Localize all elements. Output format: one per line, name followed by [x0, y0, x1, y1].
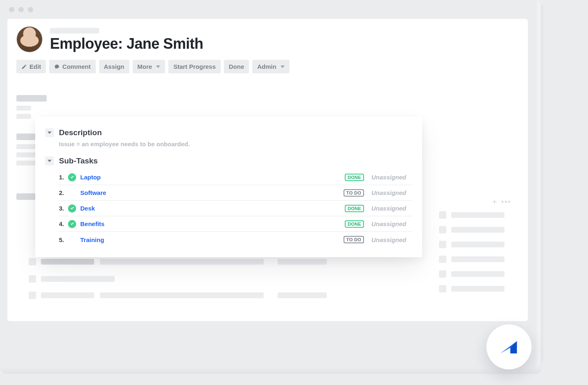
comment-button[interactable]: Comment — [49, 60, 95, 73]
subtask-number: 3. — [59, 205, 68, 212]
subtask-row: 1.LaptopDONEUnassigned — [59, 170, 412, 185]
assignee-text: Unassigned — [371, 220, 412, 227]
assignee-text: Unassigned — [371, 236, 412, 243]
send-icon — [498, 335, 520, 358]
check-icon — [68, 173, 76, 181]
subtask-link[interactable]: Software — [80, 189, 106, 196]
collapse-subtasks-button[interactable] — [45, 156, 54, 165]
subtask-row: 2.SoftwareTO DOUnassigned — [59, 185, 412, 201]
check-icon — [68, 189, 76, 197]
edit-button[interactable]: Edit — [16, 60, 46, 73]
subtask-row: 5.TrainingTO DOUnassigned — [59, 232, 412, 247]
subtask-number: 1. — [59, 174, 68, 181]
status-badge: TO DO — [344, 236, 364, 243]
more-label: More — [138, 63, 152, 70]
window-title-bar — [0, 0, 534, 19]
start-progress-label: Start Progress — [173, 63, 215, 70]
more-button[interactable]: More — [133, 60, 165, 73]
subtask-link[interactable]: Training — [80, 236, 104, 243]
check-icon — [68, 204, 76, 213]
start-progress-button[interactable]: Start Progress — [168, 60, 220, 73]
collapse-description-button[interactable] — [45, 128, 54, 137]
assignee-text: Unassigned — [371, 174, 412, 181]
assign-button[interactable]: Assign — [99, 60, 129, 73]
subtask-number: 4. — [59, 220, 68, 227]
breadcrumb-placeholder — [50, 28, 99, 34]
subtask-row: 4.BenefitsDONEUnassigned — [59, 216, 412, 232]
detail-panel: Description Issue = an employee needs to… — [35, 117, 422, 257]
avatar[interactable] — [16, 26, 43, 52]
done-button[interactable]: Done — [224, 60, 249, 73]
window-minimize-button[interactable] — [18, 7, 24, 12]
check-icon — [68, 236, 76, 244]
add-item-button[interactable]: + ••• — [492, 197, 511, 207]
subtask-link[interactable]: Laptop — [80, 174, 101, 181]
subtask-number: 2. — [59, 189, 68, 196]
action-toolbar: Edit Comment Assign More Start Progress … — [7, 52, 528, 73]
subtasks-list: 1.LaptopDONEUnassigned2.SoftwareTO DOUna… — [35, 168, 422, 247]
window-close-button[interactable] — [9, 7, 14, 12]
subtask-row: 3.DeskDONEUnassigned — [59, 201, 412, 216]
window-zoom-button[interactable] — [28, 7, 33, 12]
more-dots-icon: ••• — [501, 198, 511, 206]
page-title: Employee: Jane Smith — [50, 35, 203, 52]
assignee-text: Unassigned — [371, 205, 412, 212]
edit-label: Edit — [29, 63, 41, 70]
pencil-icon — [21, 64, 27, 70]
page-header: Employee: Jane Smith — [7, 19, 528, 52]
admin-label: Admin — [257, 63, 276, 70]
description-heading: Description — [59, 128, 102, 137]
assignee-text: Unassigned — [371, 189, 412, 196]
subtasks-heading: Sub-Tasks — [59, 156, 98, 165]
comment-label: Comment — [62, 63, 90, 70]
description-text: Issue = an employee needs to be onboarde… — [35, 140, 422, 156]
subtask-number: 5. — [59, 236, 68, 243]
assign-label: Assign — [104, 63, 124, 70]
app-launcher-button[interactable] — [486, 324, 531, 369]
done-label: Done — [229, 63, 244, 70]
status-badge: DONE — [345, 174, 364, 181]
comment-icon — [54, 64, 60, 70]
check-icon — [68, 220, 76, 228]
status-badge: DONE — [345, 220, 364, 228]
subtask-link[interactable]: Benefits — [80, 220, 104, 227]
plus-icon: + — [492, 197, 497, 207]
status-badge: DONE — [345, 205, 364, 212]
status-badge: TO DO — [344, 189, 364, 197]
admin-button[interactable]: Admin — [252, 60, 289, 73]
subtask-link[interactable]: Desk — [80, 205, 95, 212]
